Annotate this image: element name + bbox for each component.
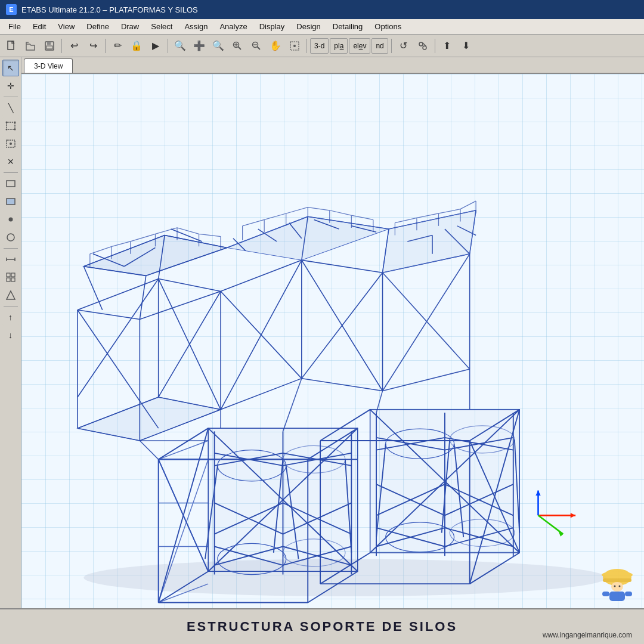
menu-options[interactable]: Options: [369, 20, 407, 33]
svg-line-88: [383, 273, 470, 369]
svg-line-57: [140, 275, 145, 319]
view-tab-3d[interactable]: 3-D View: [24, 58, 73, 73]
footer-title: ESTRUCTURA SOPORTE DE SILOS: [187, 619, 457, 634]
undo2-button[interactable]: ↺: [395, 37, 413, 55]
svg-line-47: [78, 279, 159, 397]
draw-node-tool[interactable]: [2, 211, 19, 228]
svg-rect-213: [609, 592, 625, 601]
svg-point-20: [5, 129, 7, 131]
pan-button[interactable]: ✋: [267, 37, 284, 55]
menu-edit[interactable]: Edit: [27, 20, 52, 33]
toolbar: ↩ ↪ ✏ 🔒 ▶ 🔍 ➕ 🔍 ✋ 3-d pla elev nd ↺ ⬆ ⬇: [0, 35, 644, 57]
zoom-minus-button[interactable]: [247, 37, 265, 55]
engineer-watermark: [596, 561, 638, 602]
menu-file[interactable]: File: [2, 20, 27, 33]
move-up-button[interactable]: ⬆: [438, 37, 456, 55]
svg-point-27: [7, 234, 14, 241]
save-button[interactable]: [41, 37, 58, 55]
svg-rect-24: [7, 181, 15, 187]
svg-rect-17: [7, 122, 15, 129]
lt-sep-1: [4, 97, 18, 97]
svg-line-44: [78, 310, 140, 320]
svg-rect-32: [11, 273, 15, 277]
menu-display[interactable]: Display: [253, 20, 291, 33]
svg-rect-34: [11, 278, 15, 281]
zoom-window-button[interactable]: [228, 37, 246, 55]
run-button[interactable]: ▶: [147, 37, 165, 55]
move-down-button[interactable]: ⬇: [457, 37, 475, 55]
move-down-tool[interactable]: ↓: [2, 327, 19, 343]
svg-line-6: [239, 47, 242, 49]
draw-frame-tool[interactable]: [2, 175, 19, 192]
toolbar-sep-1: [61, 39, 62, 53]
open-button[interactable]: [21, 37, 39, 55]
menu-select[interactable]: Select: [145, 20, 178, 33]
svg-line-46: [78, 310, 159, 428]
main-area: ↖ ✛ ╲ ✕ ↑: [0, 57, 644, 608]
zoom-out-button[interactable]: 🔍: [209, 37, 227, 55]
select-intersect-tool[interactable]: [2, 135, 19, 152]
section-cut-button[interactable]: [414, 37, 432, 55]
svg-rect-31: [7, 273, 10, 277]
menu-define[interactable]: Define: [80, 20, 115, 33]
draw-circle-tool[interactable]: [2, 229, 19, 246]
lt-sep-3: [4, 248, 18, 249]
menu-detailing[interactable]: Detailing: [327, 20, 369, 33]
pan-tool[interactable]: ✛: [2, 78, 19, 94]
draw-line-tool[interactable]: ╲: [2, 100, 19, 116]
toolbar-sep-3: [168, 39, 168, 53]
svg-point-18: [5, 122, 7, 123]
redo-button[interactable]: ↪: [84, 37, 102, 55]
view-nd-button[interactable]: nd: [371, 38, 388, 54]
svg-line-74: [302, 273, 383, 378]
svg-line-42: [78, 279, 159, 310]
toolbar-sep-6: [435, 39, 435, 53]
zoom-fit-button[interactable]: 🔍: [171, 37, 189, 55]
select-pointer-tool[interactable]: ↖: [2, 60, 19, 76]
view-tab-bar: 3-D View: [21, 57, 644, 74]
menu-design[interactable]: Design: [290, 20, 326, 33]
select-cross-tool[interactable]: ✕: [2, 153, 19, 170]
svg-point-19: [14, 122, 16, 123]
svg-marker-35: [7, 291, 15, 299]
toolbar-sep-5: [391, 39, 392, 53]
titlebar: E ETABS Ultimate 21.2.0 – PLATAFORMAS Y …: [0, 0, 644, 19]
select-rect-tool[interactable]: [2, 117, 19, 134]
menu-assign[interactable]: Assign: [178, 20, 213, 33]
svg-line-43: [159, 279, 221, 292]
footer-website: www.ingangelmanrique.com: [543, 631, 632, 639]
svg-line-55: [83, 267, 102, 310]
draw-tool-button[interactable]: ✏: [109, 37, 126, 55]
menubar: File Edit View Define Draw Select Assign…: [0, 19, 644, 35]
svg-rect-33: [7, 278, 10, 281]
svg-line-202: [159, 459, 209, 571]
move-up-tool[interactable]: ↑: [2, 309, 19, 326]
svg-line-49: [159, 291, 221, 397]
zoom-in-button[interactable]: ➕: [190, 37, 208, 55]
structure-model: [21, 74, 644, 608]
select-all-button[interactable]: [286, 37, 304, 55]
draw-area-tool[interactable]: [2, 193, 19, 210]
menu-draw[interactable]: Draw: [115, 20, 145, 33]
triangle-tool[interactable]: [2, 287, 19, 304]
menu-analyze[interactable]: Analyze: [213, 20, 253, 33]
grid-tool[interactable]: [2, 269, 19, 286]
view-elev-button[interactable]: elev: [349, 38, 370, 54]
new-button[interactable]: [2, 37, 20, 55]
svg-point-14: [419, 42, 423, 46]
view-3d-button[interactable]: 3-d: [310, 38, 329, 54]
lock-button[interactable]: 🔒: [128, 37, 145, 55]
lt-sep-2: [4, 172, 18, 173]
svg-point-216: [602, 571, 633, 578]
measure-tool[interactable]: [2, 251, 19, 268]
canvas-area[interactable]: [21, 74, 644, 608]
svg-rect-211: [603, 578, 631, 582]
svg-rect-4: [47, 46, 52, 49]
svg-rect-214: [602, 592, 609, 596]
menu-view[interactable]: View: [52, 20, 80, 33]
svg-marker-207: [571, 513, 575, 518]
toolbar-sep-2: [105, 39, 106, 53]
view-plan-button[interactable]: pla: [330, 38, 348, 54]
undo-button[interactable]: ↩: [65, 37, 83, 55]
svg-rect-215: [625, 592, 632, 596]
